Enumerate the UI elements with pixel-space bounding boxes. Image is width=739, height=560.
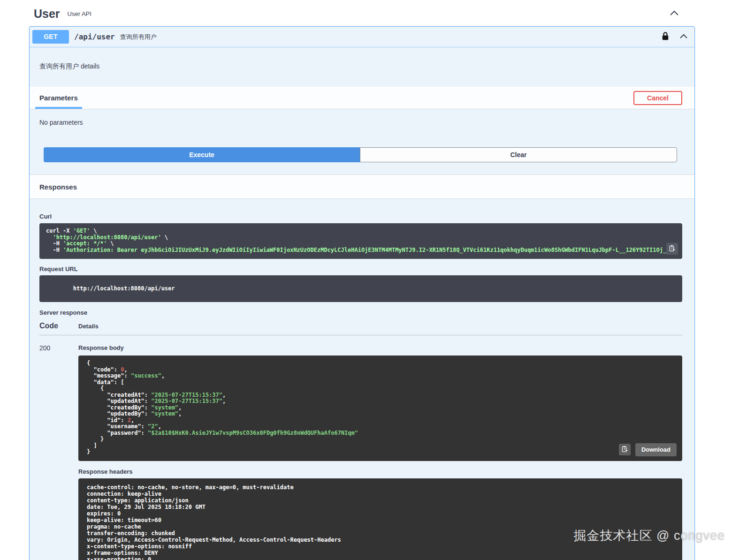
tag-section-header: User User API xyxy=(0,0,739,26)
parameters-header-row: Parameters Cancel xyxy=(30,87,694,109)
response-row-200: 200 Response body { "code": 0, "message"… xyxy=(39,335,682,560)
responses-section: Curl curl -X 'GET' \ 'http://localhost:8… xyxy=(30,199,694,560)
curl-command-box[interactable]: curl -X 'GET' \ 'http://localhost:8080/a… xyxy=(39,223,682,259)
opblock-body: 查询所有用户 details Parameters Cancel No para… xyxy=(30,47,694,560)
response-headers-label: Response headers xyxy=(78,468,682,475)
response-body-json: { "code": 0, "message": "success", "data… xyxy=(87,360,674,455)
code-column-header: Code xyxy=(39,322,78,330)
response-headers-text: cache-control: no-cache, no-store, max-a… xyxy=(87,484,674,560)
endpoint-summary: 查询所有用户 xyxy=(120,33,157,41)
request-url-value: http://localhost:8080/api/user xyxy=(73,285,175,292)
request-url-box: http://localhost:8080/api/user xyxy=(39,275,682,302)
copy-curl-button[interactable] xyxy=(666,243,678,255)
curl-command-text: curl -X 'GET' \ 'http://localhost:8080/a… xyxy=(46,228,676,253)
collapse-section-button[interactable] xyxy=(669,9,679,18)
chevron-up-icon xyxy=(679,33,688,40)
authorize-button[interactable] xyxy=(662,32,669,42)
response-details-cell: Response body { "code": 0, "message": "s… xyxy=(78,342,682,560)
server-response-label: Server response xyxy=(39,309,682,316)
opblock-get-api-user: GET /api/user 查询所有用户 查询所有用户 details Para… xyxy=(29,26,695,560)
no-parameters-text: No parameters xyxy=(39,119,685,126)
response-table-header: Code Details xyxy=(39,322,682,335)
responses-header-row: Responses xyxy=(30,174,694,199)
chevron-up-icon xyxy=(669,9,679,18)
status-code: 200 xyxy=(39,342,78,560)
clear-button[interactable]: Clear xyxy=(360,147,677,162)
lock-icon xyxy=(662,32,669,42)
copy-response-button[interactable] xyxy=(619,444,631,455)
tab-parameters[interactable]: Parameters xyxy=(39,94,78,102)
request-url-label: Request URL xyxy=(39,265,682,272)
endpoint-path[interactable]: /api/user xyxy=(74,32,115,41)
operation-description: 查询所有用户 details xyxy=(30,47,694,87)
responses-title: Responses xyxy=(39,183,77,191)
details-column-header: Details xyxy=(78,323,99,330)
response-body-label: Response body xyxy=(78,344,682,351)
execute-button[interactable]: Execute xyxy=(44,147,360,162)
response-body-actions: Download xyxy=(619,443,677,456)
download-button[interactable]: Download xyxy=(635,443,677,456)
curl-label: Curl xyxy=(39,213,682,220)
cancel-button[interactable]: Cancel xyxy=(633,91,682,105)
tag-description: User API xyxy=(68,10,91,17)
parameters-body: No parameters xyxy=(30,109,694,126)
http-method-badge: GET xyxy=(32,30,69,44)
response-headers-box: cache-control: no-cache, no-store, max-a… xyxy=(78,478,682,560)
clipboard-copy-icon xyxy=(669,245,676,253)
response-body-box[interactable]: { "code": 0, "message": "success", "data… xyxy=(78,356,682,461)
clipboard-copy-icon xyxy=(621,446,628,454)
page-title[interactable]: User xyxy=(34,7,60,21)
operation-summary-row[interactable]: GET /api/user 查询所有用户 xyxy=(30,27,694,47)
execute-wrapper: Execute Clear xyxy=(44,147,677,174)
collapse-operation-button[interactable] xyxy=(679,33,688,40)
